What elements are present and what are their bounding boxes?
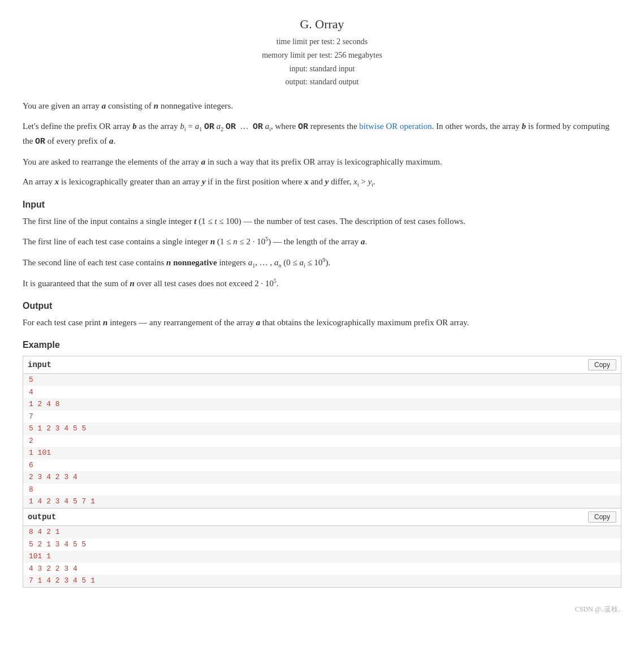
input-code-line: 5 xyxy=(23,374,621,386)
output-copy-button[interactable]: Copy xyxy=(588,511,616,523)
input-para2: The first line of each test case contain… xyxy=(23,234,621,249)
page-title: G. Orray xyxy=(23,17,621,32)
example-section: Example input Copy 541 2 4 875 1 2 3 4 5… xyxy=(23,338,621,587)
input-para4: It is guaranteed that the sum of n over … xyxy=(23,276,621,291)
intro-para1: You are given an array a consisting of n… xyxy=(23,99,621,114)
output-type: output: standard output xyxy=(23,75,621,89)
input-code-line: 8 xyxy=(23,484,621,496)
output-code-line: 8 4 2 1 xyxy=(23,526,621,538)
output-code-line: 7 1 4 2 3 4 5 1 xyxy=(23,575,621,587)
output-para: For each test case print n integers — an… xyxy=(23,316,621,330)
input-para3: The second line of each test case contai… xyxy=(23,255,621,270)
example-heading: Example xyxy=(23,338,621,352)
intro-section: You are given an array a consisting of n… xyxy=(23,99,621,189)
intro-para4: An array x is lexicographically greater … xyxy=(23,175,621,189)
input-code-line: 7 xyxy=(23,411,621,423)
output-code-line: 5 2 1 3 4 5 5 xyxy=(23,538,621,551)
input-code-line: 4 xyxy=(23,386,621,399)
input-copy-button[interactable]: Copy xyxy=(588,359,616,370)
input-heading: Input xyxy=(23,197,621,212)
input-label: input xyxy=(28,359,51,371)
intro-para2: Let's define the prefix OR array b as th… xyxy=(23,119,621,149)
input-code-block: input Copy 541 2 4 875 1 2 3 4 5 521 101… xyxy=(23,356,621,508)
input-para1: The first line of the input contains a s… xyxy=(23,214,621,229)
input-code-lines: 541 2 4 875 1 2 3 4 5 521 10162 3 4 2 3 … xyxy=(23,374,621,508)
time-limit: time limit per test: 2 seconds xyxy=(23,35,621,49)
input-code-line: 6 xyxy=(23,459,621,472)
input-code-line: 1 2 4 8 xyxy=(23,398,621,411)
input-code-line: 2 3 4 2 3 4 xyxy=(23,471,621,484)
input-code-line: 1 4 2 3 4 5 7 1 xyxy=(23,495,621,508)
output-code-line: 101 1 xyxy=(23,550,621,563)
input-section: Input The first line of the input contai… xyxy=(23,197,621,291)
output-code-lines: 8 4 2 15 2 1 3 4 5 5101 14 3 2 2 3 47 1 … xyxy=(23,526,621,587)
output-label: output xyxy=(28,511,56,523)
output-code-line: 4 3 2 2 3 4 xyxy=(23,563,621,575)
input-type: input: standard input xyxy=(23,62,621,76)
input-code-line: 2 xyxy=(23,435,621,447)
input-code-header: input Copy xyxy=(23,356,621,374)
input-code-line: 1 101 xyxy=(23,447,621,459)
problem-meta: time limit per test: 2 seconds memory li… xyxy=(23,35,621,89)
output-section: Output For each test case print n intege… xyxy=(23,299,621,330)
memory-limit: memory limit per test: 256 megabytes xyxy=(23,49,621,62)
output-code-header: output Copy xyxy=(23,508,621,526)
bitwise-or-link[interactable]: bitwise OR operation xyxy=(359,122,431,131)
output-code-block: output Copy 8 4 2 15 2 1 3 4 5 5101 14 3… xyxy=(23,508,621,588)
input-code-line: 5 1 2 3 4 5 5 xyxy=(23,423,621,435)
intro-para3: You are asked to rearrange the elements … xyxy=(23,155,621,170)
output-heading: Output xyxy=(23,299,621,313)
footer: CSDN @..蓝枝.. xyxy=(23,605,621,614)
